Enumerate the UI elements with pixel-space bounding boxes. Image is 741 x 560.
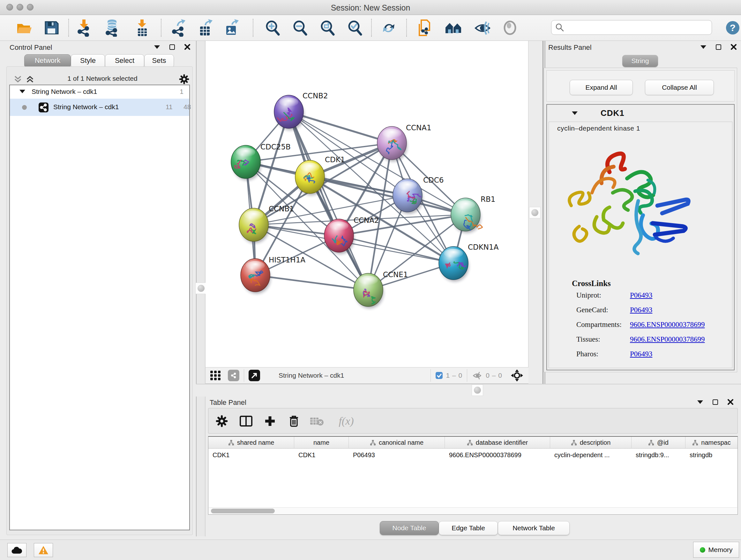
export-network-button[interactable] <box>170 18 189 38</box>
tab-node-table[interactable]: Node Table <box>380 521 439 535</box>
search-input[interactable] <box>564 23 712 31</box>
vertical-splitter-left[interactable] <box>196 41 205 537</box>
tab-network[interactable]: Network <box>24 54 71 67</box>
splitter-handle[interactable] <box>472 384 483 396</box>
search-box[interactable] <box>551 20 712 35</box>
network-view-canvas[interactable]: CCNB2CCNA1CDC25BCDK1CDC6RB1CCNB1CCNA2CDK… <box>205 41 529 367</box>
panel-menu-icon[interactable] <box>700 45 706 49</box>
gene-section-header[interactable]: CDK1 <box>547 105 734 121</box>
splitter-handle[interactable] <box>195 283 207 294</box>
collection-expander-icon[interactable] <box>19 90 25 93</box>
crosslink-link[interactable]: P06493 <box>630 350 652 365</box>
tab-style[interactable]: Style <box>71 54 105 67</box>
network-edge-CCNA2-CDKN1A[interactable] <box>339 236 454 263</box>
column-header-namespace[interactable]: namespac <box>685 437 738 449</box>
zoom-fit-button[interactable] <box>318 18 337 38</box>
grid-view-icon[interactable] <box>210 370 221 381</box>
zoom-in-button[interactable] <box>263 18 282 38</box>
column-header-name[interactable]: name <box>294 437 349 449</box>
collapse-all-networks-icon[interactable] <box>14 75 22 83</box>
column-header-canonical-name[interactable]: canonical name <box>349 437 445 449</box>
close-panel-icon[interactable] <box>185 44 190 50</box>
collapse-all-button[interactable]: Collapse All <box>645 80 714 95</box>
cloud-status-button[interactable] <box>7 543 26 557</box>
network-node-CDKN1A[interactable]: CDKN1A <box>439 243 499 282</box>
node-table[interactable]: shared name name canonical name database… <box>208 436 738 515</box>
crosslink-link[interactable]: P06493 <box>630 291 652 306</box>
zoom-selected-button[interactable] <box>345 18 364 38</box>
network-node-CCNE1[interactable]: CCNE1 <box>354 270 408 308</box>
delete-column-button[interactable] <box>285 412 303 430</box>
expand-all-networks-icon[interactable] <box>26 75 34 83</box>
tab-edge-table[interactable]: Edge Table <box>439 521 498 535</box>
table-settings-button[interactable] <box>213 412 231 430</box>
save-session-button[interactable] <box>42 18 61 38</box>
section-expander-icon[interactable] <box>572 111 578 115</box>
network-node-CCNB1[interactable]: CCNB1 <box>239 205 294 243</box>
tab-network-table[interactable]: Network Table <box>498 521 569 535</box>
network-node-CCNB2[interactable]: CCNB2 <box>274 91 328 130</box>
open-session-button[interactable] <box>14 18 33 38</box>
import-network-button[interactable] <box>75 18 94 38</box>
close-panel-icon[interactable] <box>731 44 737 50</box>
delete-table-button[interactable] <box>308 412 326 430</box>
network-edge-HIST1H1A-CCNE1[interactable] <box>255 275 368 290</box>
crosslink-link[interactable]: 9606.ENSP00000378699 <box>630 320 705 335</box>
network-collection-row[interactable]: String Network – cdk1 1 <box>10 85 189 99</box>
table-cell[interactable]: P06493 <box>349 449 445 461</box>
show-all-button[interactable] <box>500 18 520 38</box>
zoom-out-button[interactable] <box>290 18 310 38</box>
table-cell[interactable]: stringdb <box>685 449 738 461</box>
expand-all-button[interactable]: Expand All <box>569 80 633 95</box>
network-edge-CCNB2-CCNA1[interactable] <box>289 112 392 143</box>
options-gear-icon[interactable] <box>179 74 189 84</box>
first-neighbors-button[interactable] <box>444 18 463 38</box>
import-table-button[interactable] <box>132 18 151 38</box>
panel-menu-icon[interactable] <box>154 45 160 49</box>
network-graph[interactable]: CCNB2CCNA1CDC25BCDK1CDC6RB1CCNB1CCNA2CDK… <box>205 41 529 367</box>
network-node-CDC25B[interactable]: CDC25B <box>231 143 291 180</box>
hide-selected-button[interactable] <box>473 18 492 38</box>
new-network-from-selection-button[interactable] <box>415 18 434 38</box>
table-cell[interactable]: stringdb:9... <box>631 449 685 461</box>
float-panel-icon[interactable] <box>716 44 721 50</box>
column-header-description[interactable]: description <box>550 437 631 449</box>
help-button[interactable]: ? <box>723 18 741 38</box>
horizontal-scrollbar[interactable] <box>209 507 737 514</box>
panel-menu-icon[interactable] <box>697 400 703 404</box>
warnings-button[interactable] <box>34 543 53 557</box>
splitter-handle[interactable] <box>529 207 541 219</box>
column-header-shared-name[interactable]: shared name <box>208 437 294 449</box>
table-cell[interactable]: CDK1 <box>208 449 294 461</box>
close-panel-icon[interactable] <box>728 399 733 405</box>
selected-nodes-checkbox[interactable] <box>435 372 443 379</box>
column-header-database-identifier[interactable]: database identifier <box>445 437 550 449</box>
network-overview-toggle[interactable] <box>228 370 239 381</box>
crosslink-link[interactable]: P06493 <box>630 306 652 320</box>
table-cell[interactable]: CDK1 <box>294 449 349 461</box>
pan-tool-icon[interactable] <box>511 369 523 382</box>
network-node-CCNA2[interactable]: CCNA2 <box>324 216 379 254</box>
float-panel-icon[interactable] <box>170 44 175 50</box>
scrollbar-thumb[interactable] <box>211 509 275 513</box>
tab-select[interactable]: Select <box>105 54 144 67</box>
table-cell[interactable]: 9606.ENSP00000378699 <box>445 449 550 461</box>
network-node-HIST1H1A[interactable]: HIST1H1A <box>241 256 306 294</box>
crosslink-link[interactable]: 9606.ENSP00000378699 <box>630 335 705 350</box>
horizontal-splitter[interactable] <box>196 384 741 396</box>
network-node-RB1[interactable]: RB1 <box>451 195 495 233</box>
apply-layout-button[interactable] <box>379 18 398 38</box>
table-cell[interactable]: cyclin-dependent ... <box>550 449 631 461</box>
memory-button[interactable]: Memory <box>693 542 739 558</box>
export-table-button[interactable] <box>196 18 215 38</box>
tab-sets[interactable]: Sets <box>144 54 174 67</box>
add-column-button[interactable] <box>261 412 279 430</box>
import-database-button[interactable] <box>103 18 122 38</box>
detach-view-button[interactable] <box>249 370 260 381</box>
export-image-button[interactable] <box>222 18 241 38</box>
show-columns-button[interactable] <box>237 412 255 430</box>
column-header-id[interactable]: @id <box>631 437 685 449</box>
float-panel-icon[interactable] <box>713 399 718 405</box>
tab-string[interactable]: String <box>622 55 658 67</box>
network-row-selected[interactable]: String Network – cdk1 11 48 <box>10 99 189 116</box>
